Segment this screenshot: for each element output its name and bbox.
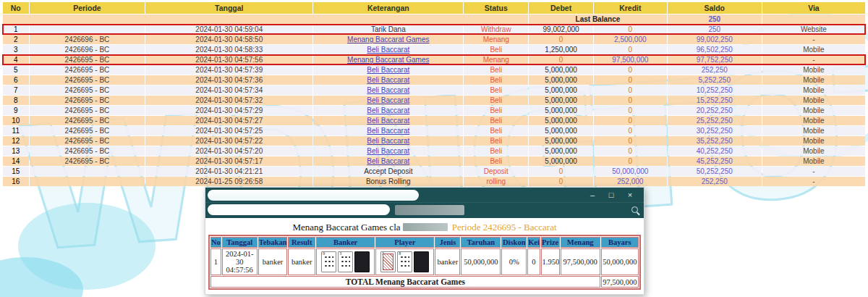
transaction-detail-link[interactable]: Beli Baccarat xyxy=(367,46,409,54)
cell-tanggal: 2024-01-30 04:57:56 xyxy=(145,55,312,64)
cell-keterangan: Beli Baccarat xyxy=(313,116,463,125)
transaction-detail-link[interactable]: Beli Baccarat xyxy=(367,157,409,165)
cell-status: Beli xyxy=(464,136,528,146)
cell-no: 14 xyxy=(3,156,29,166)
transaction-detail-link[interactable]: Beli Baccarat xyxy=(367,147,409,155)
table-row: 162024-01-25 09:26:58Bonus Rollingrollin… xyxy=(3,177,865,186)
cell-via: Mobile xyxy=(762,106,865,115)
table-row: 132426695 - BC2024-01-30 04:57:20Beli Ba… xyxy=(3,146,865,156)
detail-total-row: TOTAL Menang Baccarat Games 97,500,000 xyxy=(210,276,639,288)
transaction-detail-link[interactable]: Menang Baccarat Games xyxy=(347,56,429,64)
cell-debet: 0 xyxy=(529,177,593,186)
cell-kredit: 0 xyxy=(594,106,667,115)
dcol-tebakan: Tebakan xyxy=(258,237,288,248)
minimize-button[interactable]: – xyxy=(583,188,602,202)
transaction-detail-link[interactable]: Beli Baccarat xyxy=(367,76,409,84)
cell-no: 8 xyxy=(3,96,29,105)
cell-periode: 2426695 - BC xyxy=(30,65,145,75)
transaction-detail-link[interactable]: Beli Baccarat xyxy=(367,137,409,145)
dcol-prize: Prize xyxy=(541,237,560,248)
cell-status: Beli xyxy=(464,116,528,125)
cell-tanggal: 2024-01-30 04:57:22 xyxy=(145,136,312,146)
cell-via: Mobile xyxy=(762,96,865,105)
cell-keterangan: Bonus Rolling xyxy=(313,177,463,186)
dcol-player: Player xyxy=(375,237,434,248)
cell-debet: 0 xyxy=(529,35,593,44)
dcell-bayars: 50,000,000 xyxy=(601,248,639,275)
transaction-detail-link[interactable]: Beli Baccarat xyxy=(367,117,409,125)
cell-status: Beli xyxy=(464,96,528,105)
cell-status: Beli xyxy=(464,146,528,156)
cell-via: Mobile xyxy=(762,85,865,95)
dcol-menang: Menang xyxy=(561,237,600,248)
cell-tanggal: 2024-01-30 04:57:32 xyxy=(145,96,312,105)
transaction-detail-link[interactable]: Beli Baccarat xyxy=(367,106,409,114)
popup-title: Menang Baccarat Games cla Periode 242669… xyxy=(208,222,641,233)
dcell-kei: 0 xyxy=(527,248,540,275)
cell-tanggal: 2024-01-30 04:57:25 xyxy=(145,126,312,135)
cell-via: - xyxy=(762,55,865,64)
cell-keterangan: Beli Baccarat xyxy=(313,136,463,146)
cell-saldo: 250 xyxy=(668,25,762,34)
cell-kredit: 0 xyxy=(594,65,667,75)
cell-periode: 2426696 - BC xyxy=(30,35,145,44)
close-button[interactable]: × xyxy=(621,188,639,202)
cell-via: Mobile xyxy=(762,156,865,166)
cell-debet: 1,250,000 xyxy=(529,45,593,54)
cell-status: Beli xyxy=(464,156,528,166)
browser-tab[interactable] xyxy=(208,190,419,201)
transaction-detail-link[interactable]: Beli Baccarat xyxy=(367,96,409,104)
cell-periode: 2426695 - BC xyxy=(30,55,145,64)
cell-tanggal: 2024-01-30 04:57:34 xyxy=(145,85,312,95)
cell-status: Beli xyxy=(464,85,528,95)
cell-periode: 2426695 - BC xyxy=(30,75,145,85)
cell-status: rolling xyxy=(464,177,528,186)
table-row: 152024-01-30 04:21:21Accept DepositDepos… xyxy=(3,167,865,176)
transaction-table: No Periode Tanggal Keterangan Status Deb… xyxy=(2,1,866,187)
cell-debet: 0 xyxy=(529,167,593,176)
cell-kredit: 0 xyxy=(594,85,667,95)
table-row: 62426695 - BC2024-01-30 04:57:36Beli Bac… xyxy=(3,75,865,85)
dcol-kei: Kei xyxy=(527,237,540,248)
search-icon[interactable] xyxy=(631,206,638,213)
table-row: 12024-01-30 04:59:04Tarik DanaWithdraw99… xyxy=(3,25,865,34)
cell-kredit: 0 xyxy=(594,146,667,156)
maximize-button[interactable]: □ xyxy=(602,188,621,202)
address-bar[interactable] xyxy=(208,204,390,215)
cell-kredit: 97,500,000 xyxy=(594,55,667,64)
cell-kredit: 252,000 xyxy=(594,177,667,186)
cell-tanggal: 2024-01-30 04:57:29 xyxy=(145,106,312,115)
transaction-detail-link[interactable]: Beli Baccarat xyxy=(367,86,409,94)
popup-addressbar xyxy=(205,202,644,218)
col-periode: Periode xyxy=(30,2,145,14)
cell-saldo: 35,252,250 xyxy=(668,136,762,146)
cell-no: 3 xyxy=(3,45,29,54)
dcol-result: Result xyxy=(288,237,315,248)
cell-debet: 5,000,000 xyxy=(529,156,593,166)
playing-card-9: 9 xyxy=(321,251,336,272)
cell-debet: 5,000,000 xyxy=(529,65,593,75)
cell-keterangan: Menang Baccarat Games xyxy=(313,55,463,64)
dcol-jenis: Jenis xyxy=(435,237,460,248)
cell-kredit: 0 xyxy=(594,25,667,34)
transaction-detail-link[interactable]: Menang Baccarat Games xyxy=(347,35,429,43)
popup-window: – □ × Menang Baccarat Games cla Periode … xyxy=(205,187,644,295)
dcell-result: banker xyxy=(288,248,315,275)
transaction-detail-link[interactable]: Beli Baccarat xyxy=(367,127,409,135)
dcell-diskon: 0% xyxy=(501,248,527,275)
transaction-detail-link[interactable]: Beli Baccarat xyxy=(367,66,409,74)
cell-status: Beli xyxy=(464,106,528,115)
dcol-bayars: Bayars xyxy=(601,237,639,248)
cell-no: 10 xyxy=(3,116,29,125)
table-row: 122426695 - BC2024-01-30 04:57:22Beli Ba… xyxy=(3,136,865,146)
col-saldo: Saldo xyxy=(668,2,762,14)
dcell-player-cards: J8 xyxy=(375,248,434,275)
cell-kredit: 0 xyxy=(594,45,667,54)
cell-saldo: 30,252,250 xyxy=(668,126,762,135)
last-balance-via xyxy=(762,14,865,24)
table-row: 22426696 - BC2024-01-30 04:58:50Menang B… xyxy=(3,35,865,44)
cell-debet: 5,000,000 xyxy=(529,106,593,115)
cell-keterangan: Beli Baccarat xyxy=(313,126,463,135)
dcell-prize: 1.950 xyxy=(541,248,560,275)
popup-titlebar[interactable]: – □ × xyxy=(205,188,644,202)
